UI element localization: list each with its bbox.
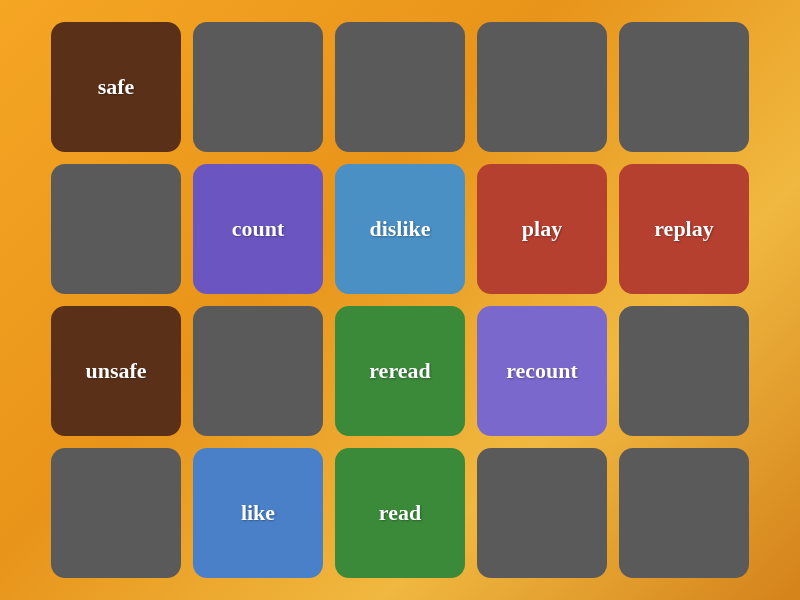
card-r2c3[interactable]: recount <box>477 306 607 436</box>
card-label-r0c0: safe <box>98 74 135 100</box>
card-r2c4[interactable] <box>619 306 749 436</box>
card-r1c1[interactable]: count <box>193 164 323 294</box>
card-r1c0[interactable] <box>51 164 181 294</box>
card-r1c4[interactable]: replay <box>619 164 749 294</box>
card-label-r2c2: reread <box>369 358 431 384</box>
card-r3c2[interactable]: read <box>335 448 465 578</box>
card-r0c1[interactable] <box>193 22 323 152</box>
card-r3c0[interactable] <box>51 448 181 578</box>
card-r1c2[interactable]: dislike <box>335 164 465 294</box>
word-grid: safecountdislikeplayreplayunsaferereadre… <box>51 22 749 578</box>
card-r2c1[interactable] <box>193 306 323 436</box>
card-r2c2[interactable]: reread <box>335 306 465 436</box>
card-r1c3[interactable]: play <box>477 164 607 294</box>
card-label-r1c1: count <box>232 216 285 242</box>
card-label-r3c1: like <box>241 500 275 526</box>
card-r3c1[interactable]: like <box>193 448 323 578</box>
card-r0c4[interactable] <box>619 22 749 152</box>
card-r0c0[interactable]: safe <box>51 22 181 152</box>
card-r0c3[interactable] <box>477 22 607 152</box>
card-r3c4[interactable] <box>619 448 749 578</box>
card-r3c3[interactable] <box>477 448 607 578</box>
card-r0c2[interactable] <box>335 22 465 152</box>
card-label-r3c2: read <box>379 500 421 526</box>
card-label-r2c3: recount <box>506 358 578 384</box>
card-label-r2c0: unsafe <box>85 358 146 384</box>
card-label-r1c2: dislike <box>369 216 430 242</box>
card-label-r1c4: replay <box>654 216 713 242</box>
card-label-r1c3: play <box>522 216 562 242</box>
card-r2c0[interactable]: unsafe <box>51 306 181 436</box>
